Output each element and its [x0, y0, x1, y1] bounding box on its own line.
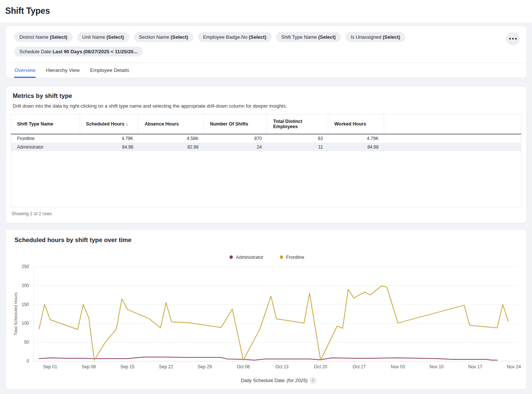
svg-text:Sep 01: Sep 01: [43, 364, 57, 369]
metrics-card: Metrics by shift type Drill down into th…: [5, 86, 527, 223]
table-row-frontline[interactable]: Frontline 4.79K 4.58K 870 63 4.79K: [11, 134, 521, 143]
filter-chip-section-name[interactable]: Section Name (Select): [134, 32, 193, 42]
sort-ascending-icon[interactable]: ↑: [310, 377, 317, 384]
col-number-of-shifts[interactable]: Number Of Shifts: [204, 114, 267, 134]
svg-text:50: 50: [24, 340, 29, 345]
legend-item-administrator[interactable]: Administrator: [229, 255, 263, 260]
sort-descending-icon: ↓: [126, 121, 128, 127]
svg-text:250: 250: [22, 264, 29, 269]
legend-dot-icon: [280, 255, 283, 259]
legend-item-frontline[interactable]: Frontline: [280, 255, 304, 260]
svg-text:200: 200: [22, 283, 29, 288]
legend-dot-icon: [229, 255, 233, 259]
svg-text:Total Scheduled Hours: Total Scheduled Hours: [13, 292, 18, 335]
svg-text:100: 100: [22, 321, 29, 326]
chart-card: Scheduled hours by shift type over time …: [5, 229, 527, 390]
col-scheduled-hours[interactable]: Scheduled Hours↓: [80, 114, 138, 134]
svg-text:Oct 13: Oct 13: [275, 364, 289, 369]
filter-chip-employee-badge[interactable]: Employee Badge.No (Select): [198, 32, 272, 42]
svg-text:Nov 10: Nov 10: [430, 364, 444, 369]
chart-title: Scheduled hours by shift type over time: [13, 236, 521, 244]
col-empty: [384, 114, 521, 134]
svg-text:Oct 06: Oct 06: [237, 364, 250, 369]
svg-text:Sep 08: Sep 08: [82, 364, 96, 369]
svg-text:150: 150: [22, 302, 29, 307]
table-empty-space: [11, 151, 521, 207]
svg-text:Nov 17: Nov 17: [468, 364, 482, 369]
tab-overview[interactable]: Overview: [14, 63, 36, 78]
svg-text:Sep 22: Sep 22: [159, 364, 173, 369]
svg-text:Nov 24: Nov 24: [507, 364, 521, 369]
line-chart: 050100150200250Sep 01Sep 08Sep 15Sep 22S…: [13, 261, 524, 384]
svg-text:Sep 15: Sep 15: [120, 364, 134, 369]
col-total-distinct-employees[interactable]: Total Distinct Employees: [267, 114, 328, 134]
ellipsis-icon: [509, 38, 511, 39]
filter-chips: District Name (Select) Unit Name (Select…: [6, 26, 526, 63]
page-title: Shift Types: [5, 6, 527, 16]
x-axis-title: Daily Schedule Date (for 2025) ↑: [34, 377, 524, 384]
metrics-table: Shift Type Name Scheduled Hours↓ Absence…: [11, 114, 521, 207]
table-row-administrator[interactable]: Administrator 84.98 82.98 24 11 84.98: [11, 143, 521, 151]
filter-card: District Name (Select) Unit Name (Select…: [5, 26, 527, 78]
col-absence-hours[interactable]: Absence Hours: [139, 114, 204, 134]
svg-text:Oct 20: Oct 20: [314, 364, 327, 369]
filter-chip-schedule-date[interactable]: Schedule Date Last 90 Days (08/27/2025 <…: [14, 47, 143, 57]
tab-bar: Overview Hierarchy View Employee Details: [6, 63, 526, 78]
page-header: Shift Types: [0, 0, 532, 23]
svg-text:Oct 27: Oct 27: [353, 364, 366, 369]
col-shift-type-name[interactable]: Shift Type Name: [11, 114, 80, 134]
chart-plot-area: 050100150200250Sep 01Sep 08Sep 15Sep 22S…: [13, 261, 524, 373]
filter-chip-district-name[interactable]: District Name (Select): [14, 32, 73, 42]
tab-hierarchy-view[interactable]: Hierarchy View: [45, 63, 80, 78]
svg-text:Sep 29: Sep 29: [197, 364, 212, 369]
metrics-subtitle: Drill down into the data by right-clicki…: [11, 103, 521, 109]
col-worked-hours[interactable]: Worked Hours: [328, 114, 384, 134]
svg-text:0: 0: [26, 359, 29, 364]
filter-chip-unit-name[interactable]: Unit Name (Select): [77, 32, 129, 42]
more-options-button[interactable]: [506, 32, 520, 45]
svg-text:Nov 03: Nov 03: [391, 364, 405, 369]
filter-chip-shift-type-name[interactable]: Shift Type Name (Select): [276, 32, 341, 42]
metrics-title: Metrics by shift type: [11, 92, 521, 99]
chart-legend: AdministratorFrontline: [13, 255, 521, 260]
row-count-status: Showing 2 of 2 rows: [11, 211, 521, 216]
filter-chip-is-unassigned[interactable]: Is Unassigned (Select): [345, 32, 405, 42]
tab-employee-details[interactable]: Employee Details: [90, 63, 130, 78]
